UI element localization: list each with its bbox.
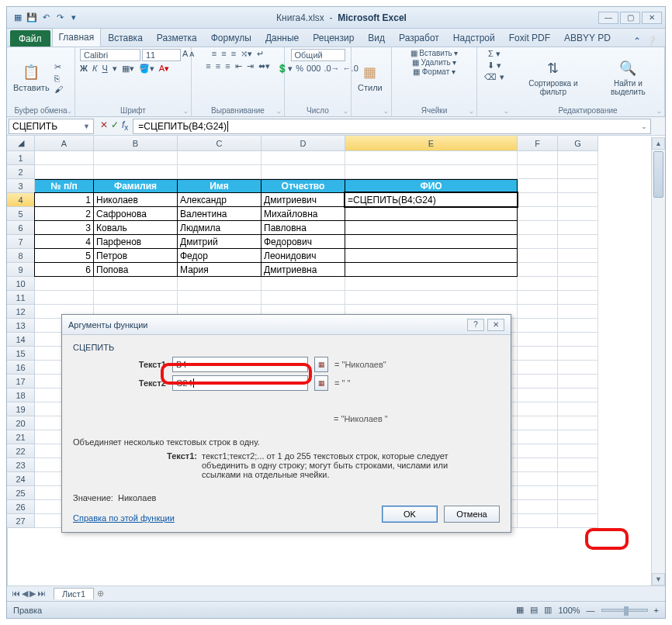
row-26[interactable]: 26 xyxy=(7,500,35,514)
row-19[interactable]: 19 xyxy=(7,402,35,416)
cell[interactable]: Попова xyxy=(93,262,178,277)
tab-view[interactable]: Вид xyxy=(361,29,392,47)
row-6[interactable]: 6 xyxy=(7,221,35,235)
row-22[interactable]: 22 xyxy=(7,444,35,458)
cell[interactable] xyxy=(558,165,598,179)
cell[interactable] xyxy=(518,207,558,221)
inc-decimal-icon[interactable]: .0→ xyxy=(324,64,339,74)
qat-more-icon[interactable]: ▾ xyxy=(68,12,80,24)
cell[interactable]: Николаев xyxy=(93,192,178,207)
row-12[interactable]: 12 xyxy=(7,305,35,319)
align-center-icon[interactable]: ≡ xyxy=(216,61,220,71)
scroll-down-icon[interactable]: ▼ xyxy=(652,573,665,585)
cell[interactable] xyxy=(262,277,345,291)
help-icon[interactable]: ❔ xyxy=(646,36,657,47)
align-middle-icon[interactable]: ≡ xyxy=(221,49,226,59)
row-14[interactable]: 14 xyxy=(7,333,35,347)
cell[interactable] xyxy=(558,402,598,416)
accept-formula-icon[interactable]: ✓ xyxy=(111,119,119,132)
row-10[interactable]: 10 xyxy=(7,277,35,291)
cell[interactable] xyxy=(518,472,558,486)
save-icon[interactable]: 💾 xyxy=(26,12,38,24)
view-layout-icon[interactable]: ▤ xyxy=(530,605,538,615)
cell[interactable] xyxy=(262,151,345,165)
cell[interactable]: 6 xyxy=(34,262,94,277)
cell[interactable] xyxy=(518,249,558,263)
cell[interactable] xyxy=(178,165,262,179)
cell[interactable] xyxy=(94,291,178,305)
row-21[interactable]: 21 xyxy=(7,430,35,444)
cell[interactable] xyxy=(558,221,598,235)
cell[interactable]: Леонидович xyxy=(261,248,345,263)
cell[interactable] xyxy=(558,193,598,207)
cell[interactable] xyxy=(518,333,558,347)
row-16[interactable]: 16 xyxy=(7,361,35,375)
wrap-text-icon[interactable]: ↵ xyxy=(257,49,264,59)
cell[interactable] xyxy=(94,165,178,179)
row-23[interactable]: 23 xyxy=(7,458,35,472)
cell[interactable] xyxy=(518,319,558,333)
cell[interactable] xyxy=(518,291,558,305)
cell[interactable] xyxy=(518,221,558,235)
border-icon[interactable]: ▦▾ xyxy=(122,64,134,74)
tab-review[interactable]: Рецензир xyxy=(306,29,361,47)
tab-formulas[interactable]: Формулы xyxy=(204,29,258,47)
tab-file[interactable]: Файл xyxy=(10,30,50,47)
dialog-help-button[interactable]: ? xyxy=(467,319,484,331)
cell[interactable] xyxy=(345,291,518,305)
font-color-icon[interactable]: A▾ xyxy=(159,64,169,74)
vertical-scrollbar[interactable]: ▲ ▼ xyxy=(651,137,665,585)
close-button[interactable]: ✕ xyxy=(642,12,662,24)
cell[interactable]: 5 xyxy=(34,248,94,263)
row-13[interactable]: 13 xyxy=(7,319,35,333)
cell[interactable] xyxy=(558,347,598,361)
arg1-ref-icon[interactable]: ▦ xyxy=(314,357,328,372)
cell[interactable] xyxy=(558,333,598,347)
redo-icon[interactable]: ↷ xyxy=(54,12,66,24)
orientation-icon[interactable]: ⤭▾ xyxy=(241,49,252,59)
cell[interactable] xyxy=(558,388,598,402)
comma-icon[interactable]: 000 xyxy=(307,64,320,74)
row-20[interactable]: 20 xyxy=(7,416,35,430)
cell[interactable] xyxy=(558,444,598,458)
tab-foxit[interactable]: Foxit PDF xyxy=(502,29,557,47)
align-right-icon[interactable]: ≡ xyxy=(225,61,230,71)
cell[interactable] xyxy=(558,500,598,514)
row-9[interactable]: 9 xyxy=(7,263,35,277)
row-24[interactable]: 24 xyxy=(7,472,35,486)
sheet-last-icon[interactable]: ⏭ xyxy=(37,589,46,599)
cell[interactable] xyxy=(345,206,518,221)
cell[interactable] xyxy=(558,291,598,305)
cell[interactable]: Коваль xyxy=(93,220,178,235)
percent-icon[interactable]: % xyxy=(296,64,303,74)
cell[interactable] xyxy=(558,375,598,388)
cell[interactable]: Дмитрий xyxy=(177,234,262,249)
cell[interactable]: Имя xyxy=(178,179,262,193)
font-size[interactable]: 11 xyxy=(142,49,181,61)
cell[interactable] xyxy=(518,305,558,319)
cell[interactable] xyxy=(558,305,598,319)
fx-icon[interactable]: fx xyxy=(122,119,128,132)
cell[interactable] xyxy=(518,514,558,528)
cell[interactable]: Парфенов xyxy=(93,234,178,249)
cell[interactable]: =СЦЕПИТЬ(B4;G24) xyxy=(345,192,518,207)
tab-developer[interactable]: Разработ xyxy=(392,29,446,47)
col-G[interactable]: G xyxy=(558,136,598,151)
tab-data[interactable]: Данные xyxy=(258,29,306,47)
bold-icon[interactable]: Ж xyxy=(80,64,88,74)
cell[interactable] xyxy=(518,347,558,361)
cell[interactable] xyxy=(558,235,598,249)
cell[interactable] xyxy=(518,151,558,165)
col-D[interactable]: D xyxy=(262,136,345,151)
row-11[interactable]: 11 xyxy=(7,291,35,305)
cell[interactable] xyxy=(558,277,598,291)
cancel-button[interactable]: Отмена xyxy=(444,506,500,523)
cell[interactable] xyxy=(558,514,598,528)
format-cells[interactable]: ▦ Формат ▾ xyxy=(413,67,456,76)
zoom-slider[interactable] xyxy=(601,609,648,612)
cell[interactable]: 2 xyxy=(34,206,94,221)
col-F[interactable]: F xyxy=(518,136,558,151)
cell[interactable] xyxy=(558,416,598,430)
cell[interactable] xyxy=(518,179,558,193)
underline-icon[interactable]: Ч xyxy=(102,64,107,74)
